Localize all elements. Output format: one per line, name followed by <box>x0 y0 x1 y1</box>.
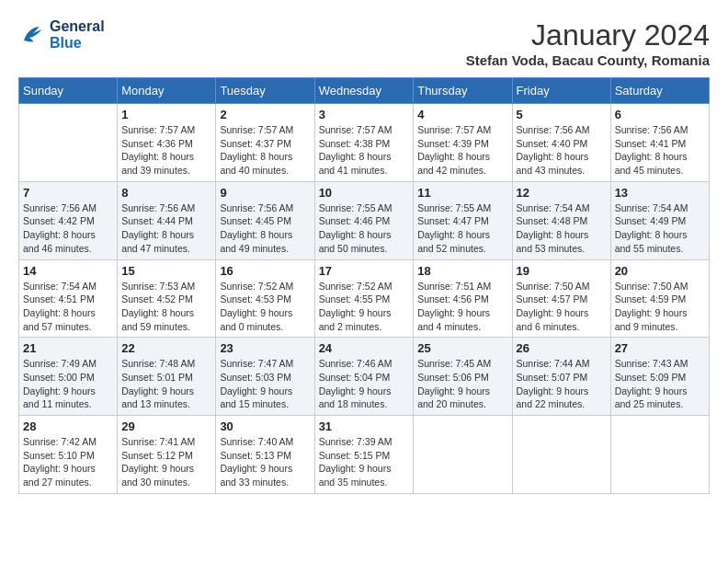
week-row-2: 7Sunrise: 7:56 AMSunset: 4:42 PMDaylight… <box>19 181 710 259</box>
day-info: Sunrise: 7:39 AMSunset: 5:15 PMDaylight:… <box>319 435 410 489</box>
day-number: 30 <box>220 419 310 433</box>
calendar-cell: 12Sunrise: 7:54 AMSunset: 4:48 PMDayligh… <box>512 181 610 259</box>
day-number: 12 <box>517 186 607 200</box>
week-row-3: 14Sunrise: 7:54 AMSunset: 4:51 PMDayligh… <box>19 259 710 338</box>
weekday-header-tuesday: Tuesday <box>216 78 314 104</box>
month-title: January 2024 <box>466 18 710 52</box>
calendar-cell: 27Sunrise: 7:43 AMSunset: 5:09 PMDayligh… <box>610 338 709 416</box>
day-info: Sunrise: 7:52 AMSunset: 4:55 PMDaylight:… <box>319 280 410 334</box>
day-number: 20 <box>615 264 705 278</box>
calendar-cell: 31Sunrise: 7:39 AMSunset: 5:15 PMDayligh… <box>314 416 414 494</box>
day-number: 2 <box>220 108 310 121</box>
calendar-cell: 1Sunrise: 7:57 AMSunset: 4:36 PMDaylight… <box>118 104 216 182</box>
calendar-cell: 14Sunrise: 7:54 AMSunset: 4:51 PMDayligh… <box>19 259 118 338</box>
calendar-cell: 21Sunrise: 7:49 AMSunset: 5:00 PMDayligh… <box>19 338 118 416</box>
calendar-cell: 24Sunrise: 7:46 AMSunset: 5:04 PMDayligh… <box>314 338 414 416</box>
day-number: 27 <box>615 341 705 355</box>
day-info: Sunrise: 7:55 AMSunset: 4:46 PMDaylight:… <box>319 201 410 256</box>
calendar-cell: 25Sunrise: 7:45 AMSunset: 5:06 PMDayligh… <box>414 338 512 416</box>
day-info: Sunrise: 7:52 AMSunset: 4:53 PMDaylight:… <box>220 280 310 334</box>
location: Stefan Voda, Bacau County, Romania <box>466 52 710 68</box>
calendar-cell: 30Sunrise: 7:40 AMSunset: 5:13 PMDayligh… <box>216 416 314 494</box>
day-info: Sunrise: 7:56 AMSunset: 4:40 PMDaylight:… <box>517 123 607 178</box>
calendar-cell: 6Sunrise: 7:56 AMSunset: 4:41 PMDaylight… <box>610 104 709 182</box>
day-number: 14 <box>23 264 113 278</box>
day-info: Sunrise: 7:45 AMSunset: 5:06 PMDaylight:… <box>417 357 507 411</box>
day-number: 3 <box>319 108 410 121</box>
calendar-table: SundayMondayTuesdayWednesdayThursdayFrid… <box>18 77 710 494</box>
day-info: Sunrise: 7:56 AMSunset: 4:42 PMDaylight:… <box>23 201 113 256</box>
weekday-header-monday: Monday <box>118 78 216 104</box>
calendar-cell: 3Sunrise: 7:57 AMSunset: 4:38 PMDaylight… <box>314 104 414 182</box>
day-info: Sunrise: 7:57 AMSunset: 4:39 PMDaylight:… <box>417 123 507 178</box>
week-row-5: 28Sunrise: 7:42 AMSunset: 5:10 PMDayligh… <box>19 416 710 494</box>
day-number: 22 <box>121 341 211 355</box>
week-row-4: 21Sunrise: 7:49 AMSunset: 5:00 PMDayligh… <box>19 338 710 416</box>
day-info: Sunrise: 7:51 AMSunset: 4:56 PMDaylight:… <box>417 280 507 334</box>
day-number: 10 <box>319 186 410 200</box>
day-number: 16 <box>220 264 310 278</box>
day-number: 7 <box>23 186 113 200</box>
calendar-cell: 23Sunrise: 7:47 AMSunset: 5:03 PMDayligh… <box>216 338 314 416</box>
day-info: Sunrise: 7:57 AMSunset: 4:37 PMDaylight:… <box>220 123 310 178</box>
day-number: 1 <box>121 108 211 121</box>
day-number: 17 <box>319 264 410 278</box>
day-info: Sunrise: 7:57 AMSunset: 4:36 PMDaylight:… <box>121 123 211 178</box>
weekday-header-thursday: Thursday <box>414 78 512 104</box>
day-info: Sunrise: 7:55 AMSunset: 4:47 PMDaylight:… <box>417 201 507 256</box>
day-info: Sunrise: 7:48 AMSunset: 5:01 PMDaylight:… <box>121 357 211 411</box>
day-info: Sunrise: 7:41 AMSunset: 5:12 PMDaylight:… <box>121 435 211 489</box>
day-info: Sunrise: 7:56 AMSunset: 4:44 PMDaylight:… <box>121 201 211 256</box>
day-number: 9 <box>220 186 310 200</box>
week-row-1: 1Sunrise: 7:57 AMSunset: 4:36 PMDaylight… <box>19 104 710 182</box>
day-number: 25 <box>417 341 507 355</box>
calendar-cell: 17Sunrise: 7:52 AMSunset: 4:55 PMDayligh… <box>314 259 414 338</box>
day-number: 31 <box>319 419 410 433</box>
calendar-cell: 7Sunrise: 7:56 AMSunset: 4:42 PMDaylight… <box>19 181 118 259</box>
day-number: 29 <box>121 419 211 433</box>
weekday-header-friday: Friday <box>512 78 610 104</box>
page-header: General Blue January 2024 Stefan Voda, B… <box>18 18 710 68</box>
day-number: 6 <box>615 108 705 121</box>
day-info: Sunrise: 7:46 AMSunset: 5:04 PMDaylight:… <box>319 357 410 411</box>
day-number: 18 <box>417 264 507 278</box>
calendar-cell: 16Sunrise: 7:52 AMSunset: 4:53 PMDayligh… <box>216 259 314 338</box>
day-number: 24 <box>319 341 410 355</box>
calendar-cell: 4Sunrise: 7:57 AMSunset: 4:39 PMDaylight… <box>414 104 512 182</box>
calendar-cell: 28Sunrise: 7:42 AMSunset: 5:10 PMDayligh… <box>19 416 118 494</box>
calendar-cell: 9Sunrise: 7:56 AMSunset: 4:45 PMDaylight… <box>216 181 314 259</box>
logo-text: General Blue <box>50 18 105 52</box>
calendar-cell: 8Sunrise: 7:56 AMSunset: 4:44 PMDaylight… <box>118 181 216 259</box>
day-info: Sunrise: 7:40 AMSunset: 5:13 PMDaylight:… <box>220 435 310 489</box>
calendar-cell: 15Sunrise: 7:53 AMSunset: 4:52 PMDayligh… <box>118 259 216 338</box>
day-number: 13 <box>615 186 705 200</box>
weekday-header-sunday: Sunday <box>19 78 118 104</box>
weekday-header-saturday: Saturday <box>610 78 709 104</box>
calendar-cell: 20Sunrise: 7:50 AMSunset: 4:59 PMDayligh… <box>610 259 709 338</box>
logo: General Blue <box>18 18 105 52</box>
calendar-cell: 19Sunrise: 7:50 AMSunset: 4:57 PMDayligh… <box>512 259 610 338</box>
logo-icon <box>18 21 46 49</box>
day-info: Sunrise: 7:50 AMSunset: 4:57 PMDaylight:… <box>517 280 607 334</box>
weekday-header-row: SundayMondayTuesdayWednesdayThursdayFrid… <box>19 78 710 104</box>
calendar-cell: 22Sunrise: 7:48 AMSunset: 5:01 PMDayligh… <box>118 338 216 416</box>
day-number: 28 <box>23 419 113 433</box>
day-number: 8 <box>121 186 211 200</box>
day-number: 5 <box>517 108 607 121</box>
calendar-cell: 26Sunrise: 7:44 AMSunset: 5:07 PMDayligh… <box>512 338 610 416</box>
calendar-cell <box>512 416 610 494</box>
title-area: January 2024 Stefan Voda, Bacau County, … <box>466 18 710 68</box>
day-info: Sunrise: 7:44 AMSunset: 5:07 PMDaylight:… <box>517 357 607 411</box>
day-info: Sunrise: 7:47 AMSunset: 5:03 PMDaylight:… <box>220 357 310 411</box>
calendar-cell: 2Sunrise: 7:57 AMSunset: 4:37 PMDaylight… <box>216 104 314 182</box>
day-number: 21 <box>23 341 113 355</box>
day-number: 26 <box>517 341 607 355</box>
calendar-cell <box>610 416 709 494</box>
calendar-cell: 29Sunrise: 7:41 AMSunset: 5:12 PMDayligh… <box>118 416 216 494</box>
day-info: Sunrise: 7:56 AMSunset: 4:41 PMDaylight:… <box>615 123 705 178</box>
day-info: Sunrise: 7:53 AMSunset: 4:52 PMDaylight:… <box>121 280 211 334</box>
day-info: Sunrise: 7:43 AMSunset: 5:09 PMDaylight:… <box>615 357 705 411</box>
calendar-cell <box>19 104 118 182</box>
day-info: Sunrise: 7:54 AMSunset: 4:48 PMDaylight:… <box>517 201 607 256</box>
day-info: Sunrise: 7:56 AMSunset: 4:45 PMDaylight:… <box>220 201 310 256</box>
